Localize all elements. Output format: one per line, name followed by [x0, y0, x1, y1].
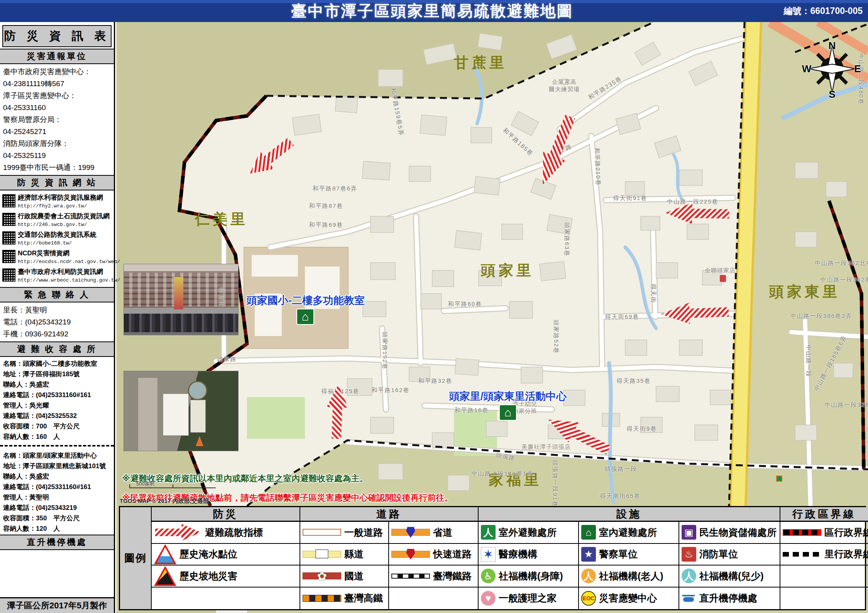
flood-warning-sign: [154, 544, 176, 564]
street-label: 和平路60巷: [448, 301, 482, 308]
legend-item-label: 快速道路: [433, 548, 472, 560]
title-bar: 臺中市潭子區頭家里簡易疏散避難地圖 編號：6601700-005: [0, 0, 868, 22]
street-label: 和平路185巷: [501, 127, 535, 158]
shelter-field: 連絡電話：(04)25331160#161: [3, 482, 111, 492]
legend-item-label: 里行政界線: [824, 548, 868, 560]
legend-cell: [780, 565, 868, 588]
shelter-field: 管理人：黃聖明: [3, 492, 111, 503]
shelter-field: 連絡電話：(04)25325532: [3, 411, 111, 421]
supplies-tile: ▣: [682, 525, 696, 540]
helipad-empty-box: [0, 550, 114, 597]
legend-groups: 防災避難疏散指標歷史淹水點位歷史坡地災害道路一般道路省道縣道快速道路國道臺灣鐵路…: [152, 507, 868, 609]
street-label: 和平路87巷6弄: [313, 185, 357, 192]
report-line: 潭子區災害應變中心：: [3, 90, 111, 102]
legend-item-label: 歷史淹水點位: [179, 548, 237, 560]
street-label: 中山路一段362北巷: [815, 260, 868, 267]
road-general-icon: [303, 529, 341, 536]
compass-n: N: [829, 40, 836, 52]
street-label: 和平路69巷: [309, 221, 343, 229]
website-url: http://bobe168.tw/: [18, 240, 96, 246]
legend-cell: ♥一般護理之家: [479, 588, 579, 610]
shelter-field: 聯絡人：吳盛宏: [3, 471, 111, 482]
disabled-tile: ♿: [481, 569, 496, 583]
road-national-swatch: [303, 572, 341, 579]
sidebar-footer: 潭子區公所2017年5月製作: [0, 597, 114, 613]
legend-item-label: 醫療機構: [499, 548, 537, 560]
legend-group-body: 避難疏散指標歷史淹水點位歷史坡地災害: [152, 522, 299, 609]
shelter-field: 容納人數：160 人: [3, 431, 111, 442]
street-label: 和平路16巷: [455, 407, 489, 414]
legend-group-title: 防災: [152, 507, 299, 522]
street-label: 得天街69巷: [605, 313, 640, 321]
report-line: 1999臺中市民一碼通：1999: [3, 161, 111, 173]
poi-label: 全聯頭家店: [705, 267, 736, 274]
facility-label: 頭家里/頭家東里活動中心: [449, 389, 567, 403]
evacuation-arrow: [532, 112, 582, 189]
nursing-tile: ♥: [481, 591, 496, 606]
sidebar-title: 防 災 資 訊 表: [2, 25, 112, 47]
medical-tile: ✶: [481, 547, 496, 562]
legend-item-label: 直升機停機處: [699, 592, 757, 605]
legend-cell: 人社福機構(老人): [579, 565, 679, 588]
medical-icon: ✶: [481, 547, 496, 562]
contact-line: 手機：0936-921492: [3, 328, 111, 340]
legend-item-label: 臺灣高鐵: [344, 592, 383, 605]
village-label: 頭家里: [481, 261, 534, 280]
website-item: NCDR災害情資網http://eocdss.ncdr.nat.gov.tw/w…: [2, 249, 112, 265]
legend-item-label: 社福機構(兒少): [699, 570, 764, 582]
legend-cell: 避難疏散指標: [152, 522, 299, 544]
flood-icon: [154, 544, 176, 564]
heli-tile: [682, 591, 696, 606]
indoor-tile: ⌂: [581, 525, 596, 540]
legend-item-label: 避難疏散指標: [205, 526, 263, 539]
website-list: 經濟部水利署防災資訊服務網http://fhy2.wra.gov.tw/行政院農…: [0, 190, 114, 287]
street-label: 和平路162巷: [371, 387, 409, 394]
contact-line: 電話：(04)25343219: [3, 316, 111, 328]
street-label: 和平路87巷: [309, 202, 343, 210]
shelter-1-details: 名稱：頭家國小-二樓多功能教室地址：潭子區得福街185號聯絡人：吳盛宏連絡電話：…: [0, 357, 114, 443]
police-tile: ★: [581, 547, 596, 562]
police-icon: ★: [581, 547, 596, 562]
village-line-swatch: [783, 552, 821, 557]
report-line: 04-25331160: [3, 102, 111, 114]
legend-cell: ♨消防單位: [679, 544, 780, 566]
legend-item-label: 社福機構(身障): [499, 570, 563, 582]
evac-arrow-swatch: [155, 524, 201, 541]
shelter-divider: [0, 445, 114, 447]
street-label: 頭家路: [217, 356, 237, 363]
website-text: NCDR災害情資網http://eocdss.ncdr.nat.gov.tw/w…: [18, 249, 120, 265]
street-label: 得福街: [217, 288, 225, 307]
qr-code-icon: [2, 268, 15, 282]
report-unit-list: 臺中市政府災害應變中心：04-23811119轉567潭子區災害應變中心：04-…: [0, 64, 114, 175]
section-shelters: 避 難 收 容 處 所: [0, 341, 114, 357]
child-tile: 人: [682, 569, 696, 583]
street-label: 頭張路一段91巷: [551, 460, 558, 508]
legend-cell: [152, 588, 299, 610]
legend-group: 行政區界線區行政界線里行政界線: [780, 507, 868, 609]
legend-panel: 圖例 防災避難疏散指標歷史淹水點位歷史坡地災害道路一般道路省道縣道快速道路國道臺…: [119, 506, 866, 610]
legend-corner-label: 圖例: [120, 507, 152, 609]
contact-list: 里長：黃聖明電話：(04)25343219手機：0936-921492: [0, 302, 114, 341]
legend-cell: 里行政界線: [780, 544, 868, 566]
website-item: 交通部公路防救災資訊系統http://bobe168.tw/: [2, 230, 112, 246]
outdoor-icon: 人: [481, 525, 496, 540]
shelter-field: 收容面積：350 平方公尺: [3, 513, 111, 523]
document-number: 編號：6601700-005: [783, 5, 863, 17]
legend-item-label: 一般道路: [344, 526, 383, 539]
compass-s: S: [829, 88, 835, 100]
landslide-warning-sign: [154, 566, 176, 586]
legend-group-title: 行政區界線: [780, 507, 868, 522]
evacuation-arrow: [665, 202, 729, 224]
legend-group: 設施人室外避難處所⌂室內避難處所▣民生物資儲備處所✶醫療機構★警察單位♨消防單位…: [479, 507, 780, 609]
legend-item-label: 區行政界線: [824, 526, 868, 539]
legend-item-label: 省道: [433, 526, 452, 539]
website-name: NCDR災害情資網: [18, 249, 120, 258]
street-label: 得天街: [650, 284, 657, 304]
website-url: http://www.wrbeoc.taichung.gov.tw/: [18, 277, 120, 283]
website-url: http://246.swcb.gov.tw/: [18, 222, 110, 228]
legend-cell: 國道: [300, 565, 389, 588]
eoc-tile: EOC: [581, 591, 596, 606]
legend-group: 防災避難疏散指標歷史淹水點位歷史坡地災害: [152, 507, 300, 609]
district-line-swatch: [783, 529, 821, 536]
legend-cell: [389, 588, 478, 610]
